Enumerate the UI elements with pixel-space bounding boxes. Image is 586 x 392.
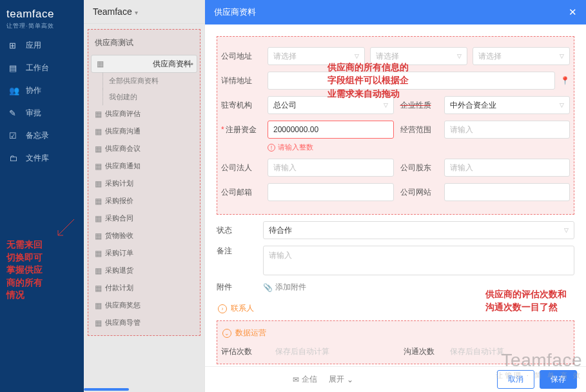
field-label: 公司地址 (221, 51, 268, 62)
attach-button[interactable]: 📎添加附件 (263, 282, 306, 293)
field-label: 经营范围 (400, 121, 438, 139)
brand-name: teamface (6, 8, 77, 21)
close-icon[interactable]: ✕ (569, 6, 577, 18)
tree-item[interactable]: ▦采购订单 (91, 244, 197, 262)
field-label: 公司股东 (400, 159, 438, 177)
nav-item-5[interactable]: 🗀文件库 (0, 147, 84, 170)
shareholder-input[interactable] (444, 159, 571, 177)
tree-item[interactable]: ▦供应商资料••• (91, 55, 197, 73)
nav-icon: 👥 (9, 86, 21, 95)
panel-header: 供应商资料 ✕ (205, 0, 586, 24)
capital-input[interactable] (268, 121, 394, 139)
district-select[interactable]: 请选择▽ (473, 47, 570, 65)
nav-item-4[interactable]: ☑备忘录 (0, 124, 84, 147)
bottom-slider[interactable] (84, 388, 129, 391)
tree-item-label: 采购订单 (105, 248, 133, 258)
tree-item[interactable]: ▦供应商奖惩 (91, 297, 197, 314)
nav-icon: 🗀 (9, 153, 21, 163)
nav-item-3[interactable]: ✎审批 (0, 102, 84, 124)
tree-item-label: 供应商会议 (105, 144, 141, 153)
tree-item-label: 采购合同 (105, 213, 133, 223)
section-toggle-ops[interactable]: ⌄数据运营 (221, 324, 570, 342)
tree-item-icon: ▦ (95, 284, 105, 293)
nav-item-2[interactable]: 👥协作 (0, 79, 84, 102)
tree-item-icon: ▦ (95, 110, 105, 119)
field-label: 附件 (217, 282, 263, 293)
ent-type-select[interactable]: 中外合资企业▽ (444, 96, 571, 114)
tree-item-label: 付款计划 (105, 283, 133, 293)
field-label: 公司法人 (221, 162, 268, 173)
tree-item-icon: ▦ (95, 214, 105, 223)
error-message: !请输入整数 (268, 142, 570, 152)
tree-item[interactable]: ▦采购计划 (91, 175, 197, 192)
tree-sub-item[interactable]: 全部供应商资料 (91, 73, 197, 89)
paperclip-icon: 📎 (263, 283, 273, 292)
field-label: 详情地址 (221, 75, 268, 86)
nav-label: 审批 (26, 108, 41, 119)
detail-address-input[interactable] (268, 72, 555, 90)
tree-item[interactable]: ▦采购退货 (91, 262, 197, 279)
scope-input[interactable] (444, 121, 571, 139)
tree-item-label: 供应商奖惩 (105, 300, 141, 310)
tree-item[interactable]: ▦供应商评估 (91, 105, 197, 122)
draft-button[interactable]: ✉ 企信 (293, 374, 317, 385)
nav-label: 协作 (26, 85, 41, 96)
legal-person-input[interactable] (268, 159, 394, 177)
brand-logo: teamface 让管理·简单高效 (0, 0, 84, 34)
nav-icon: ▤ (9, 63, 21, 73)
nav-label: 应用 (26, 40, 41, 51)
website-input[interactable] (444, 183, 571, 201)
tree-item[interactable]: ▦供应商导管 (91, 314, 197, 331)
nav-icon: ☑ (9, 131, 21, 141)
nav-item-1[interactable]: ▤工作台 (0, 57, 84, 79)
nav-label: 备忘录 (26, 130, 49, 141)
tree-title: 供应商测试 (91, 34, 197, 55)
tree-item[interactable]: ▦采购合同 (91, 210, 197, 227)
annotation-1: 无需来回切换即可掌握供应商的所有情况 (6, 239, 43, 302)
location-icon[interactable]: 📍 (560, 76, 570, 85)
tree-item[interactable]: ▦采购报价 (91, 192, 197, 210)
annotation-2: 供应商的所有信息的字段组件可以根据企业需求来自动拖动 (327, 61, 409, 100)
tree-item[interactable]: ▦供应商沟通 (91, 122, 197, 140)
tree-sub-item[interactable]: 我创建的 (91, 89, 197, 105)
field-label: 驻寄机构 (221, 100, 268, 111)
workspace-selector[interactable]: Teamface▾ (84, 0, 204, 24)
main-sidebar: teamface 让管理·简单高效 ⊞应用▤工作台👥协作✎审批☑备忘录🗀文件库 … (0, 0, 84, 392)
field-label: 公司网站 (400, 183, 438, 201)
tree-item-icon: ▦ (95, 301, 105, 310)
tree-item-label: 采购退货 (105, 266, 133, 275)
tree-item[interactable]: ▦付款计划 (91, 279, 197, 297)
email-input[interactable] (268, 183, 394, 201)
panel-title: 供应商资料 (214, 6, 256, 18)
tree-item-icon: ▦ (95, 179, 105, 188)
expand-button[interactable]: 展开 ⌄ (329, 374, 353, 385)
status-select[interactable]: 待合作▽ (263, 221, 574, 239)
tree-item[interactable]: ▦货物验收 (91, 227, 197, 244)
field-label: 注册资金 (221, 124, 268, 135)
module-tree: 供应商测试 ▦供应商资料•••全部供应商资料我创建的▦供应商评估▦供应商沟通▦供… (88, 29, 200, 336)
tree-item-icon: ▦ (95, 127, 105, 136)
nav-item-0[interactable]: ⊞应用 (0, 34, 84, 57)
remark-textarea[interactable]: 请输入 (263, 246, 574, 275)
save-button[interactable]: 保存 (540, 370, 577, 389)
tree-item[interactable]: ▦供应商通知 (91, 157, 197, 175)
nav-label: 工作台 (26, 63, 49, 74)
tree-item-icon: ▦ (95, 249, 105, 258)
field-label: 评估次数 (221, 346, 268, 357)
brand-slogan: 让管理·简单高效 (6, 22, 77, 30)
panel-footer: ✉ 企信 展开 ⌄ 取消 保存 (205, 366, 586, 392)
nav-icon: ✎ (9, 108, 21, 118)
nav-icon: ⊞ (9, 41, 21, 50)
tree-item[interactable]: ▦供应商会议 (91, 140, 197, 157)
annotation-3: 供应商的评估次数和沟通次数一目了然 (485, 288, 567, 314)
tree-item-icon: ▦ (95, 318, 105, 328)
tree-item-icon: ▦ (95, 144, 105, 153)
highlighted-ops-section: ⌄数据运营 评估次数 保存后自动计算 沟通次数 保存后自动计算 (217, 320, 574, 364)
field-label: 备注 (217, 246, 263, 257)
tree-item-icon: ▦ (97, 59, 107, 68)
svg-line-0 (58, 219, 74, 235)
annotation-arrow (55, 216, 77, 239)
more-icon[interactable]: ••• (183, 59, 194, 69)
cancel-button[interactable]: 取消 (497, 370, 534, 389)
tree-item-label: 供应商导管 (105, 318, 141, 328)
